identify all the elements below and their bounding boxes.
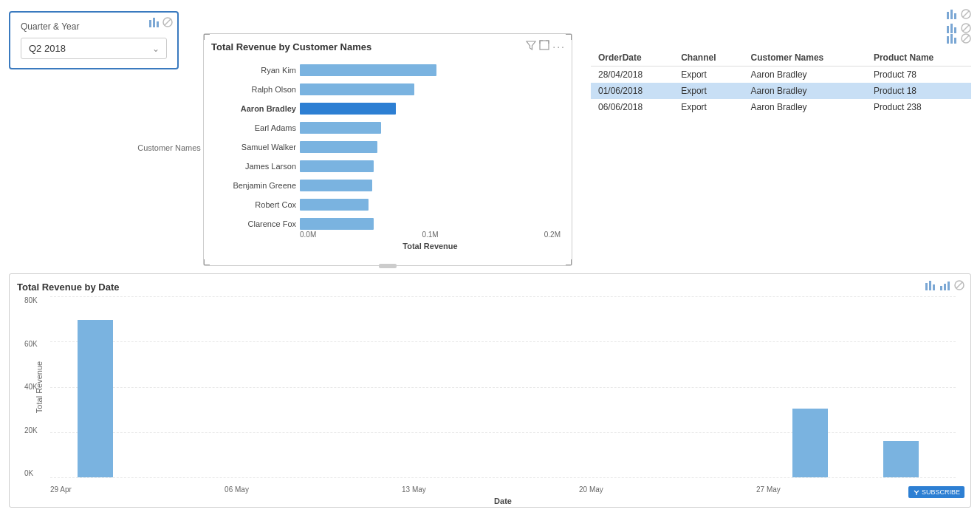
bar-chart-icon-table[interactable] — [946, 33, 958, 46]
svg-rect-19 — [954, 38, 956, 44]
svg-line-21 — [963, 35, 969, 41]
top-icon-group-1 — [946, 9, 971, 21]
cell-channel: Export — [674, 83, 743, 99]
grid-line — [50, 477, 956, 478]
cell-customer: Aaron Bradley — [744, 83, 866, 99]
x-tick-label: 13 May — [402, 485, 426, 494]
svg-rect-10 — [947, 26, 949, 33]
x-tick-label: 29 Apr — [50, 485, 72, 494]
x-tick: 0.0M — [300, 231, 316, 239]
subscribe-badge[interactable]: SUBSCRIBE — [908, 486, 964, 498]
table-icon-row — [591, 33, 971, 46]
y-axis-label: Customer Names — [137, 143, 201, 152]
svg-marker-15 — [527, 41, 535, 50]
svg-rect-6 — [950, 10, 953, 19]
more-icon[interactable]: ··· — [552, 41, 566, 52]
bar-row: Benjamin Greene — [300, 177, 561, 194]
bar-row: James Larson — [300, 158, 561, 174]
no-icon-date[interactable] — [954, 280, 964, 293]
y-tick: 80K — [24, 296, 38, 304]
svg-rect-27 — [948, 282, 950, 290]
bar[interactable] — [300, 83, 414, 95]
filter-select-wrapper[interactable]: Q2 2018 Q1 2018 Q3 2018 Q4 2018 ⌄ — [21, 38, 167, 59]
table-row[interactable]: 28/04/2018 Export Aaron Bradley Product … — [591, 66, 971, 83]
col-product: Product Name — [866, 50, 971, 66]
cell-product: Product 238 — [866, 99, 971, 115]
svg-line-9 — [963, 11, 969, 17]
y-tick: 40K — [24, 383, 38, 391]
x-axis-labels-date: 29 Apr 06 May 13 May 20 May 27 May 03 Ju… — [50, 485, 956, 494]
y-axis-ticks: 80K 60K 40K 20K 0K — [24, 296, 38, 477]
cell-channel: Export — [674, 66, 743, 83]
bar[interactable] — [300, 64, 436, 76]
svg-rect-26 — [944, 284, 946, 290]
x-tick-label: 20 May — [579, 485, 603, 494]
cell-product: Product 18 — [866, 83, 971, 99]
filter-widget: Quarter & Year Q2 2018 Q1 2018 Q3 2018 Q… — [9, 11, 179, 69]
cell-customer: Aaron Bradley — [744, 99, 866, 115]
expand-icon[interactable] — [539, 40, 549, 52]
svg-rect-23 — [929, 281, 931, 290]
bar-chart-container: Total Revenue by Customer Names ··· Cust… — [203, 33, 572, 266]
svg-line-29 — [956, 282, 962, 288]
bar-label: Benjamin Greene — [211, 181, 296, 190]
bar[interactable] — [300, 218, 374, 230]
bar[interactable] — [300, 199, 369, 211]
bar-row: Robert Cox — [300, 197, 561, 213]
v-bar-10jun[interactable] — [883, 441, 919, 477]
subscribe-label: SUBSCRIBE — [922, 488, 960, 496]
svg-rect-2 — [157, 21, 159, 27]
svg-rect-11 — [950, 24, 953, 33]
bar[interactable] — [300, 180, 372, 191]
bar[interactable] — [300, 122, 381, 134]
grid-line — [50, 296, 956, 297]
col-customer: Customer Names — [744, 50, 866, 66]
x-tick-label: 06 May — [225, 485, 249, 494]
table-row-highlighted[interactable]: 01/06/2018 Export Aaron Bradley Product … — [591, 83, 971, 99]
data-table: OrderDate Channel Customer Names Product… — [591, 50, 971, 115]
bar-label: Ralph Olson — [211, 85, 296, 94]
col-orderdate: OrderDate — [591, 50, 674, 66]
bar-label: Robert Cox — [211, 200, 296, 209]
bar-selected[interactable] — [300, 103, 396, 115]
bar-chart-icon-date2[interactable] — [939, 280, 951, 293]
y-tick: 60K — [24, 340, 38, 348]
bar-rows: Ryan Kim Ralph Olson Aaron Bradley Earl … — [300, 58, 561, 232]
x-axis-label: Total Revenue — [300, 242, 561, 250]
bar[interactable] — [300, 141, 377, 153]
svg-rect-25 — [940, 286, 942, 290]
resize-handle[interactable] — [379, 264, 397, 268]
x-axis-ticks: 0.0M 0.1M 0.2M — [300, 231, 561, 239]
svg-rect-7 — [954, 13, 956, 19]
cell-customer: Aaron Bradley — [744, 66, 866, 83]
svg-rect-5 — [947, 12, 949, 19]
bar-label: Samuel Walker — [211, 143, 296, 151]
bar-chart-icon-2[interactable] — [946, 9, 958, 21]
x-tick-label: 27 May — [756, 485, 781, 494]
svg-rect-17 — [947, 36, 949, 44]
bar-row: Earl Adams — [300, 120, 561, 136]
v-bar-29apr[interactable] — [78, 320, 113, 477]
cell-channel: Export — [674, 99, 743, 115]
no-icon-2[interactable] — [961, 9, 971, 21]
svg-line-14 — [963, 25, 969, 31]
date-chart-title: Total Revenue by Date — [10, 274, 970, 293]
table-row[interactable]: 06/06/2018 Export Aaron Bradley Product … — [591, 99, 971, 115]
bar[interactable] — [300, 160, 374, 172]
col-channel: Channel — [674, 50, 743, 66]
bar-label: Aaron Bradley — [211, 104, 296, 113]
quarter-year-select[interactable]: Q2 2018 Q1 2018 Q3 2018 Q4 2018 — [21, 38, 167, 59]
bar-label: Clarence Fox — [211, 219, 296, 228]
cell-date: 06/06/2018 — [591, 99, 674, 115]
svg-rect-1 — [153, 18, 155, 27]
v-bar-03jun[interactable] — [792, 409, 828, 477]
bar-chart-icon-date[interactable] — [925, 280, 936, 293]
filter-icon[interactable] — [526, 40, 536, 52]
bar-chart-title: Total Revenue by Customer Names — [204, 34, 572, 52]
svg-rect-24 — [933, 284, 935, 290]
bar-chart-icon[interactable] — [148, 17, 160, 30]
no-icon[interactable] — [162, 17, 173, 30]
svg-rect-16 — [540, 41, 549, 50]
no-icon-table[interactable] — [961, 33, 971, 46]
cell-product: Product 78 — [866, 66, 971, 83]
